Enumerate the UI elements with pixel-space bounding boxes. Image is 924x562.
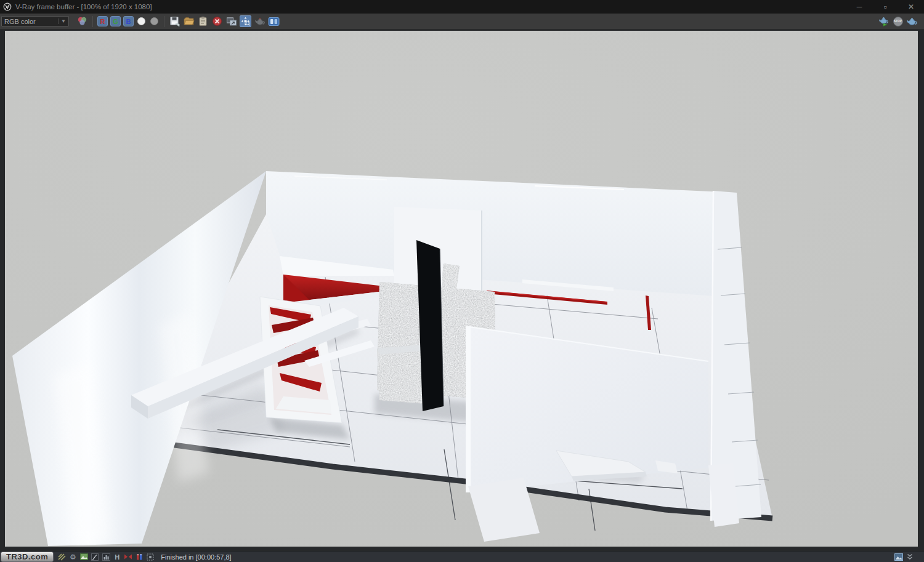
alpha-channel-toggle[interactable] bbox=[137, 17, 145, 25]
render-status-text: Finished in [00:00:57,8] bbox=[161, 553, 231, 561]
duplicate-to-host-button[interactable] bbox=[225, 15, 237, 27]
curves-icon[interactable] bbox=[91, 553, 100, 561]
maximize-button[interactable]: ▫ bbox=[872, 0, 898, 14]
render-button[interactable] bbox=[906, 15, 918, 27]
render-controls: STOP bbox=[877, 15, 919, 27]
save-image-button[interactable] bbox=[169, 15, 180, 27]
vray-logo-icon bbox=[3, 2, 12, 11]
channel-select-value: RGB color bbox=[4, 18, 36, 25]
blue-channel-toggle[interactable]: B bbox=[123, 16, 134, 26]
track-mouse-button[interactable] bbox=[240, 15, 251, 27]
status-bar: TR3D.com ⚙ bbox=[0, 551, 924, 562]
frame-buffer-area bbox=[0, 30, 924, 551]
monochrome-toggle[interactable] bbox=[150, 17, 158, 25]
render-last-button[interactable] bbox=[254, 15, 265, 27]
background-image-icon[interactable] bbox=[79, 553, 89, 561]
window-controls: ─ ▫ ✕ bbox=[846, 0, 924, 14]
histogram-toggle-icon[interactable]: H bbox=[113, 553, 122, 561]
toolbar-separator bbox=[92, 16, 93, 27]
exposure-icon[interactable] bbox=[135, 553, 144, 561]
close-button[interactable]: ✕ bbox=[898, 0, 924, 14]
levels-icon[interactable] bbox=[102, 553, 111, 561]
vfb-toolbar: RGB color ▼ R G B bbox=[0, 14, 924, 30]
rgb-channels-icon[interactable] bbox=[76, 15, 88, 27]
preview-image-icon[interactable] bbox=[894, 553, 904, 561]
compare-ab-button[interactable] bbox=[268, 15, 280, 27]
toolbar-separator bbox=[164, 16, 164, 27]
render-image[interactable] bbox=[5, 31, 918, 547]
settings-gear-icon[interactable]: ⚙ bbox=[68, 553, 78, 561]
tr3d-logo: TR3D.com bbox=[1, 552, 54, 562]
pixel-aspect-icon[interactable] bbox=[124, 553, 133, 561]
minimize-button[interactable]: ─ bbox=[846, 0, 872, 14]
title-bar: V-Ray frame buffer - [100% of 1920 x 108… bbox=[0, 0, 924, 14]
chevron-down-icon: ▼ bbox=[58, 18, 66, 24]
clear-image-button[interactable] bbox=[211, 15, 223, 27]
red-channel-toggle[interactable]: R bbox=[97, 16, 108, 26]
vray-frame-buffer-window: V-Ray frame buffer - [100% of 1920 x 108… bbox=[0, 0, 924, 562]
copy-to-clipboard-button[interactable] bbox=[197, 15, 209, 27]
statusbar-right bbox=[893, 553, 915, 561]
expand-chevrons-icon[interactable] bbox=[906, 553, 915, 561]
stop-render-button[interactable]: STOP bbox=[892, 15, 904, 27]
window-title: V-Ray frame buffer - [100% of 1920 x 108… bbox=[15, 3, 152, 10]
channel-select-dropdown[interactable]: RGB color ▼ bbox=[1, 16, 69, 26]
clamp-toggle-icon[interactable] bbox=[57, 553, 67, 561]
green-channel-toggle[interactable]: G bbox=[110, 16, 121, 26]
interactive-render-button[interactable] bbox=[878, 15, 890, 27]
region-render-icon[interactable] bbox=[146, 553, 155, 561]
load-image-button[interactable] bbox=[183, 15, 195, 27]
